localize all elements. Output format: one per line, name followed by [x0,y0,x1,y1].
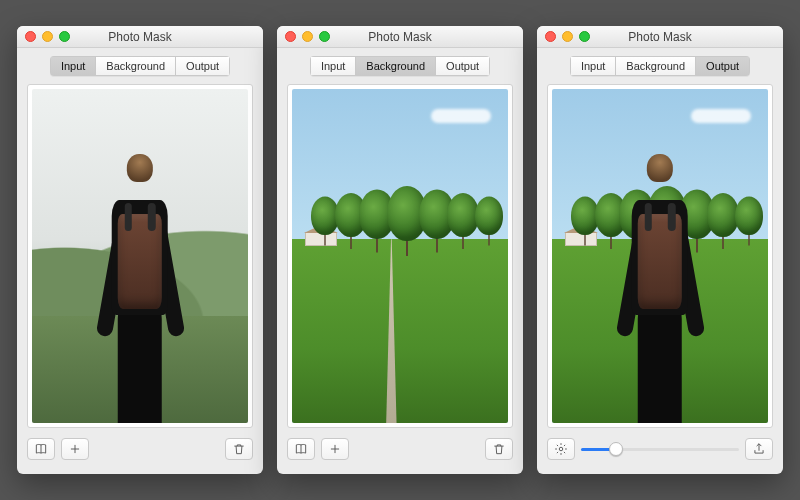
plus-icon [68,442,82,456]
settings-button[interactable] [547,438,575,460]
traffic-lights [277,31,330,42]
zoom-icon[interactable] [579,31,590,42]
zoom-icon[interactable] [59,31,70,42]
tab-input[interactable]: Input [570,56,615,76]
toolbar [287,434,513,464]
background-image[interactable] [292,89,508,423]
book-icon [34,442,48,456]
canvas-frame [547,84,773,428]
traffic-lights [17,31,70,42]
tab-output[interactable]: Output [695,56,750,76]
titlebar[interactable]: Photo Mask [277,26,523,48]
trash-icon [232,442,246,456]
library-button[interactable] [287,438,315,460]
tab-output[interactable]: Output [175,56,230,76]
share-icon [752,442,766,456]
canvas-frame [287,84,513,428]
library-button[interactable] [27,438,55,460]
add-button[interactable] [321,438,349,460]
tab-background[interactable]: Background [95,56,175,76]
window-output: Photo Mask Input Background Output [537,26,783,474]
toolbar [547,434,773,464]
tab-bar: Input Background Output [17,48,263,84]
book-icon [294,442,308,456]
tab-output[interactable]: Output [435,56,490,76]
trash-icon [492,442,506,456]
toolbar [27,434,253,464]
delete-button[interactable] [485,438,513,460]
output-image[interactable] [552,89,768,423]
minimize-icon[interactable] [42,31,53,42]
tab-background[interactable]: Background [615,56,695,76]
plus-icon [328,442,342,456]
zoom-icon[interactable] [319,31,330,42]
close-icon[interactable] [545,31,556,42]
share-button[interactable] [745,438,773,460]
tab-bar: Input Background Output [277,48,523,84]
close-icon[interactable] [25,31,36,42]
delete-button[interactable] [225,438,253,460]
minimize-icon[interactable] [562,31,573,42]
gear-icon [554,442,568,456]
minimize-icon[interactable] [302,31,313,42]
tab-background[interactable]: Background [355,56,435,76]
close-icon[interactable] [285,31,296,42]
tab-input[interactable]: Input [50,56,95,76]
tab-bar: Input Background Output [537,48,783,84]
add-button[interactable] [61,438,89,460]
traffic-lights [537,31,590,42]
canvas-frame [27,84,253,428]
input-image[interactable] [32,89,248,423]
window-input: Photo Mask Input Background Output [17,26,263,474]
window-background: Photo Mask Input Background Output [277,26,523,474]
slider-knob[interactable] [609,442,623,456]
svg-point-0 [559,447,563,451]
tab-input[interactable]: Input [310,56,355,76]
titlebar[interactable]: Photo Mask [17,26,263,48]
output-slider[interactable] [581,438,739,460]
titlebar[interactable]: Photo Mask [537,26,783,48]
